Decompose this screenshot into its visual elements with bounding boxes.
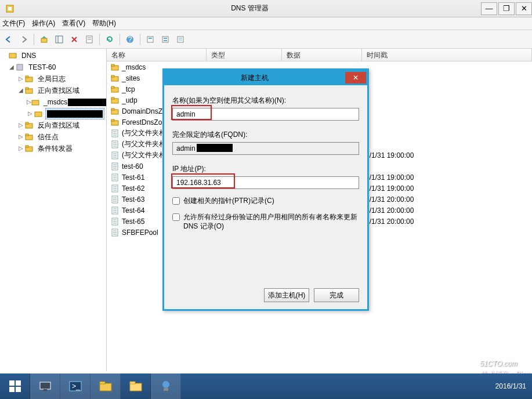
svg-rect-19: [17, 64, 23, 70]
filter-1-button[interactable]: [144, 33, 157, 46]
refresh-button[interactable]: [103, 33, 116, 46]
svg-rect-14: [164, 40, 167, 41]
zone-icon: [31, 97, 39, 107]
forward-button[interactable]: [17, 33, 30, 46]
name-label: 名称(如果为空则使用其父域名称)(N):: [172, 96, 359, 106]
menu-file[interactable]: 文件(F): [2, 19, 25, 28]
taskbar-explorer[interactable]: [91, 373, 121, 399]
filter-3-button[interactable]: [174, 33, 187, 46]
redacted-text: [197, 144, 233, 152]
list-header: 名称 类型 数据 时间戳: [107, 49, 532, 61]
tree-server[interactable]: ◢TEST-60: [0, 61, 106, 73]
ptr-checkbox[interactable]: [172, 197, 180, 205]
tray-date: 2016/1/31: [495, 382, 526, 390]
cell-time: 6/1/31 19:00:00: [362, 151, 532, 159]
column-type[interactable]: 类型: [207, 49, 282, 61]
record-icon: [110, 129, 120, 138]
tree-global-log[interactable]: ▷全局日志: [0, 73, 106, 85]
cell-time: 6/1/31 19:00:00: [362, 173, 532, 182]
svg-rect-15: [178, 37, 183, 42]
svg-rect-39: [111, 97, 114, 99]
menu-view[interactable]: 查看(V): [62, 19, 85, 28]
taskbar-powershell[interactable]: >_: [60, 373, 91, 399]
svg-rect-92: [100, 383, 111, 391]
properties-button[interactable]: [83, 33, 96, 46]
start-button[interactable]: [0, 373, 30, 399]
system-tray[interactable]: 2016/1/31: [495, 382, 532, 390]
tree-trust-points[interactable]: ▷信任点: [0, 131, 106, 143]
record-icon: [110, 228, 120, 237]
allow-update-checkbox[interactable]: [172, 213, 180, 221]
svg-rect-18: [9, 53, 16, 58]
svg-rect-21: [26, 76, 28, 78]
done-button[interactable]: 完成: [314, 288, 359, 302]
help-button[interactable]: ?: [124, 33, 136, 46]
folder-icon: [110, 118, 120, 127]
fqdn-label: 完全限定的域名(FQDN):: [172, 130, 359, 140]
dialog-titlebar[interactable]: 新建主机 ✕: [164, 70, 367, 85]
cell-time: 6/1/31 20:00:00: [362, 206, 532, 215]
taskbar-dns[interactable]: [151, 373, 181, 399]
tree-zone-msdcs[interactable]: ▷_msdcs: [0, 96, 106, 108]
show-hide-button[interactable]: [53, 33, 66, 46]
name-input[interactable]: [172, 108, 359, 121]
folder-icon: [110, 63, 120, 72]
dialog-body: 名称(如果为空则使用其父域名称)(N): 完全限定的域名(FQDN): IP 地…: [164, 85, 367, 231]
back-button[interactable]: [2, 33, 15, 46]
window-title: DNS 管理器: [20, 3, 480, 13]
svg-rect-1: [8, 7, 12, 10]
menu-help[interactable]: 帮助(H): [92, 19, 116, 28]
dialog-close-button[interactable]: ✕: [345, 72, 366, 84]
taskbar-server-manager[interactable]: [30, 373, 60, 399]
close-button[interactable]: ✕: [516, 2, 532, 15]
svg-text:>_: >_: [72, 382, 80, 390]
svg-text:?: ?: [128, 35, 132, 43]
svg-rect-86: [9, 387, 15, 392]
add-host-button[interactable]: 添加主机(H): [264, 288, 309, 302]
svg-rect-94: [130, 383, 142, 391]
redacted-text: [68, 99, 107, 106]
tree-reverse-zones[interactable]: ▷反向查找区域: [0, 119, 106, 131]
tree-conditional-forwarders[interactable]: ▷条件转发器: [0, 143, 106, 154]
svg-rect-11: [149, 38, 152, 39]
menu-action[interactable]: 操作(A): [32, 19, 55, 28]
column-time[interactable]: 时间戳: [362, 49, 532, 61]
record-icon: [110, 173, 120, 182]
filter-2-button[interactable]: [159, 33, 172, 46]
tree-forward-zones[interactable]: ◢正向查找区域: [0, 85, 106, 96]
folder-icon: [24, 121, 34, 130]
dialog-title: 新建主机: [164, 73, 345, 83]
ptr-checkbox-row: 创建相关的指针(PTR)记录(C): [172, 196, 359, 205]
svg-rect-89: [44, 389, 47, 391]
svg-rect-12: [162, 37, 168, 42]
folder-icon: [24, 86, 34, 95]
cell-time: 6/1/31 20:00:00: [362, 217, 532, 226]
record-icon: [110, 217, 120, 226]
svg-rect-23: [26, 88, 28, 89]
tree-zone-selected[interactable]: ▷: [0, 108, 106, 119]
zone-icon: [34, 109, 43, 118]
svg-rect-33: [111, 64, 114, 66]
window-controls: — ❐ ✕: [480, 2, 532, 15]
svg-rect-93: [100, 382, 105, 384]
record-icon: [110, 140, 120, 149]
svg-rect-31: [26, 146, 28, 147]
toolbar: ?: [0, 30, 532, 49]
svg-rect-43: [111, 119, 114, 121]
delete-button[interactable]: [68, 33, 81, 46]
minimize-button[interactable]: —: [481, 2, 497, 15]
ip-input[interactable]: [172, 176, 359, 189]
folder-icon: [110, 85, 120, 94]
maximize-button[interactable]: ❐: [498, 2, 515, 15]
redacted-text: [47, 110, 103, 118]
record-icon: [110, 195, 120, 204]
column-data[interactable]: 数据: [282, 49, 362, 61]
up-button[interactable]: [38, 33, 50, 46]
taskbar-folder[interactable]: [121, 373, 151, 399]
column-name[interactable]: 名称: [107, 49, 207, 61]
server-icon: [15, 63, 24, 72]
tree-root[interactable]: DNS: [0, 50, 106, 61]
record-icon: [110, 184, 120, 193]
folder-icon: [24, 74, 34, 84]
svg-rect-88: [40, 382, 50, 389]
